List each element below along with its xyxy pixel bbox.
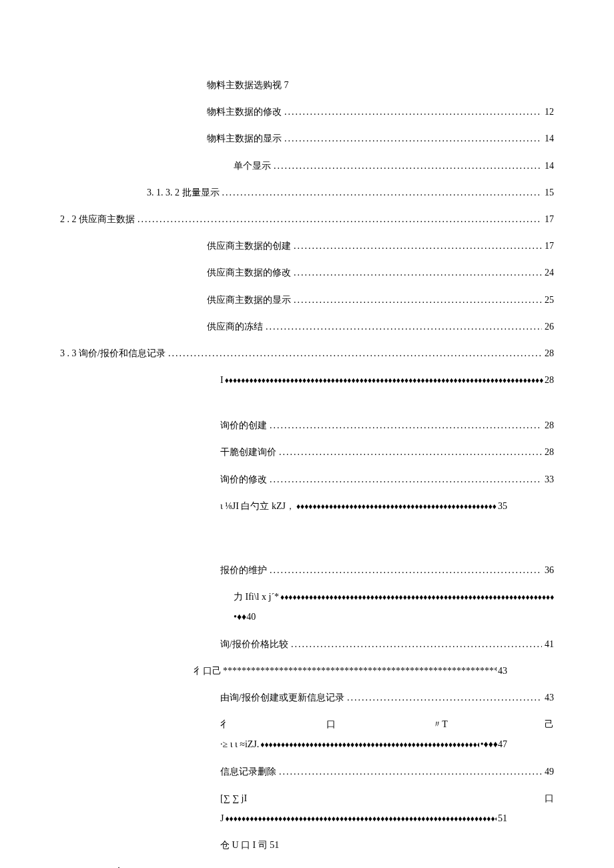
toc-leader: ♦♦♦♦♦♦♦♦♦♦♦♦♦♦♦♦♦♦♦♦♦♦♦♦♦♦♦♦♦♦♦♦♦♦♦♦♦♦♦♦… — [260, 738, 479, 753]
toc-label: 由询/报价创建或更新信息记录 — [220, 689, 344, 706]
toc-leader: ........................................… — [284, 130, 542, 147]
toc-entry: I ♦♦♦♦♦♦♦♦♦♦♦♦♦♦♦♦♦♦♦♦♦♦♦♦♦♦♦♦♦♦♦♦♦♦♦♦♦♦… — [60, 372, 554, 388]
toc-entry: 信息记录删除 .................................… — [60, 763, 554, 780]
toc-page: 17 — [545, 238, 554, 254]
toc-label: 信息记录删除 — [220, 763, 276, 780]
toc-entry: 物料主数据的显示 ...............................… — [60, 130, 554, 147]
toc-leader: ♦♦♦♦♦♦♦♦♦♦♦♦♦♦♦♦♦♦♦♦♦♦♦♦♦♦♦♦♦♦♦♦♦♦♦♦♦♦♦♦… — [296, 500, 497, 514]
toc-entry: 力 Ifi\l x j´*♦♦♦♦♦♦♦♦♦♦♦♦♦♦♦♦♦♦♦♦♦♦♦♦♦♦♦… — [60, 588, 554, 605]
toc-entry: 询价的修改 ..................................… — [60, 471, 554, 488]
toc-label: I一I 彳 — [97, 863, 124, 868]
toc-leader: ♦♦♦♦♦♦♦♦♦♦♦♦♦♦♦♦♦♦♦♦♦♦♦♦♦♦♦♦♦♦♦♦♦♦♦♦♦♦♦♦… — [225, 374, 543, 388]
toc-label: 3 . 3 询价/报价和信息记录 — [60, 345, 166, 362]
toc-label: 供应商的冻结 — [207, 318, 263, 335]
toc-page: 49 — [545, 763, 554, 780]
toc-leader: ........................................… — [279, 763, 542, 780]
toc-label: 供应商主数据的显示 — [207, 292, 291, 308]
toc-label: 询价的修改 — [220, 471, 267, 488]
toc-fragment: 己 — [545, 716, 554, 733]
toc-entry: 仓 U 口 I 司 51 — [60, 837, 554, 853]
toc-leader: ........................................… — [294, 238, 542, 254]
toc-leader: ........................................… — [291, 636, 542, 653]
toc-leader: ♦♦♦♦♦♦♦♦♦♦♦♦♦♦♦♦♦♦♦♦♦♦♦♦♦♦♦♦♦♦♦♦♦♦♦♦♦♦♦♦… — [225, 812, 497, 827]
toc-page: 28 — [545, 444, 554, 460]
toc-entry: 3. 1. 3. 2 批量显示 ........................… — [60, 184, 554, 201]
toc-fragment: [∑ ∑ jI — [220, 790, 247, 807]
toc-label: 物料主数据的修改 — [207, 103, 282, 120]
toc-leader: ........................................… — [168, 345, 542, 362]
toc-leader: ........................................… — [266, 318, 542, 335]
toc-entry: J ♦♦♦♦♦♦♦♦♦♦♦♦♦♦♦♦♦♦♦♦♦♦♦♦♦♦♦♦♦♦♦♦♦♦♦♦♦♦… — [60, 810, 554, 827]
toc-leader: ........................................… — [274, 157, 542, 174]
toc-page: 12 — [545, 103, 554, 120]
toc-label: 单个显示 — [234, 157, 271, 174]
toc-page: 24 — [545, 264, 554, 281]
toc-label: ι ⅛JI 白勺立 kZJ， — [220, 498, 295, 514]
toc-entry: 供应商主数据的修改 ..............................… — [60, 264, 554, 281]
toc-entry: 询价的创建 ..................................… — [60, 417, 554, 434]
toc-leader: ****************************************… — [223, 663, 497, 679]
toc-label: 供应商主数据的修改 — [207, 264, 291, 281]
toc-entry: ι ⅛JI 白勺立 kZJ， ♦♦♦♦♦♦♦♦♦♦♦♦♦♦♦♦♦♦♦♦♦♦♦♦♦… — [60, 498, 554, 514]
toc-leader: ♦♦♦♦♦♦♦♦♦♦♦♦♦♦♦♦♦♦♦♦♦♦♦♦♦♦♦♦♦♦♦♦♦♦♦♦♦♦♦♦… — [280, 592, 554, 602]
toc-page: 57 — [545, 863, 554, 868]
toc-page: 28 — [545, 372, 554, 388]
toc-label: 供应商主数据的创建 — [207, 238, 291, 254]
toc-entry: 彳口己 ************************************… — [60, 663, 554, 679]
toc-page: 47 — [498, 736, 507, 753]
toc-leader: ........................................… — [270, 562, 542, 578]
toc-entry: [∑ ∑ jI 口 — [60, 790, 554, 807]
toc-leader: ........................................… — [137, 211, 542, 228]
toc-leader: ........................................… — [270, 471, 542, 488]
toc-entry: 单个显示 ...................................… — [60, 157, 554, 174]
toc-entry: 物料主数据选购视 7 — [60, 77, 554, 93]
toc-page: 33 — [545, 471, 554, 488]
toc-page: 28 — [545, 345, 554, 362]
toc-label: 3. 1. 3. 2 批量显示 — [147, 184, 220, 201]
toc-entry: 供应商主数据的创建 ..............................… — [60, 238, 554, 254]
toc-entry: 询/报价价格比较 ...............................… — [60, 636, 554, 653]
toc-label: 彳口己 — [194, 663, 222, 679]
toc-page: 43 — [498, 663, 507, 679]
toc-label: ·≥ ι ι ≈iZJ. — [220, 736, 259, 753]
toc-page: 26 — [545, 318, 554, 335]
toc-suffix: •♦♦♦ — [481, 736, 498, 753]
toc-leader: ........................................… — [284, 103, 542, 120]
toc-label: 物料主数据的显示 — [207, 130, 282, 147]
toc-page: •♦♦40 — [234, 612, 256, 622]
toc-leader: ........................................… — [347, 689, 542, 706]
toc-leader: ........................................… — [294, 264, 542, 281]
toc-entry: ·≥ ι ι ≈iZJ. ♦♦♦♦♦♦♦♦♦♦♦♦♦♦♦♦♦♦♦♦♦♦♦♦♦♦♦… — [60, 736, 554, 753]
toc-page: 14 — [545, 157, 554, 174]
toc-leader: ♦♦♦♦♦♦♦♦♦♦♦♦♦♦♦♦♦♦♦♦♦♦♦♦♦♦♦♦♦♦♦♦♦♦♦♦♦♦♦♦… — [125, 865, 543, 868]
toc-entry-continuation: •♦♦40 — [60, 608, 554, 625]
toc-page: 17 — [545, 211, 554, 228]
toc-fragment: 〃T — [432, 716, 448, 733]
toc-entry: 3 . 3 询价/报价和信息记录 .......................… — [60, 345, 554, 362]
toc-page: 51 — [498, 810, 507, 827]
toc-leader: ........................................… — [270, 417, 542, 434]
toc-label: 物料主数据选购视 7 — [207, 80, 289, 90]
toc-entry: 供应商的冻结 .................................… — [60, 318, 554, 335]
toc-entry: 供应商主数据的显示 ..............................… — [60, 292, 554, 308]
toc-leader: ........................................… — [279, 444, 542, 460]
toc-label: 仓 U 口 I 司 51 — [220, 840, 279, 850]
toc-fragment: 彳 — [220, 716, 230, 733]
toc-label: 询价的创建 — [220, 417, 267, 434]
toc-leader: ........................................… — [294, 292, 542, 308]
toc-fragment: 口 — [545, 790, 554, 807]
toc-label: 2 . 2 供应商主数据 — [60, 211, 135, 228]
toc-entry: I一I 彳 ♦♦♦♦♦♦♦♦♦♦♦♦♦♦♦♦♦♦♦♦♦♦♦♦♦♦♦♦♦♦♦♦♦♦… — [60, 863, 554, 868]
toc-page: 25 — [545, 292, 554, 308]
toc-page: 41 — [545, 636, 554, 653]
toc-leader: ........................................… — [222, 184, 543, 201]
toc-entry: 干脆创建询价 .................................… — [60, 444, 554, 460]
toc-entry: 2 . 2 供应商主数据 ...........................… — [60, 211, 554, 228]
toc-label: 干脆创建询价 — [220, 444, 276, 460]
toc-label: 力 Ifi\l x j´* — [234, 592, 279, 602]
toc-label: I — [220, 372, 224, 388]
toc-entry: 由询/报价创建或更新信息记录 .........................… — [60, 689, 554, 706]
toc-label: 报价的维护 — [220, 562, 267, 578]
toc-entry: 物料主数据的修改 ...............................… — [60, 103, 554, 120]
toc-entry: 彳 口 〃T 己 — [60, 716, 554, 733]
